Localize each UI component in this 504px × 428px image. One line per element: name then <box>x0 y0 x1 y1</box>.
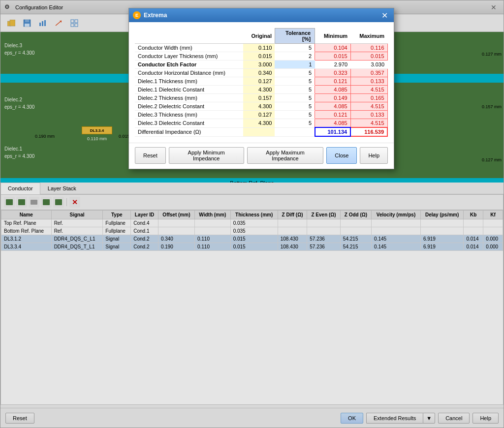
extrema-dialog: E Extrema ✕ Original Tolerance[%] Minimu… <box>128 8 394 169</box>
modal-help-button[interactable]: Help <box>360 147 388 164</box>
modal-overlay: E Extrema ✕ Original Tolerance[%] Minimu… <box>0 0 504 428</box>
modal-close-btn[interactable]: Close <box>326 147 357 164</box>
tol-header-original: Original <box>243 29 275 44</box>
main-window: ⚙ Configuration Editor ✕ DL3.3.4 <box>0 0 504 428</box>
modal-close-button[interactable]: ✕ <box>379 11 390 20</box>
modal-buttons: Reset Apply Minimum Impedance Apply Maxi… <box>129 143 394 169</box>
tol-header-maximum: Maximum <box>350 29 387 44</box>
modal-reset-button[interactable]: Reset <box>135 147 166 164</box>
modal-icon: E <box>133 11 141 19</box>
tol-header-minimum: Minimum <box>315 29 350 44</box>
modal-title: Extrema <box>144 12 379 19</box>
tol-header-label <box>135 29 243 44</box>
modal-apply-max-button[interactable]: Apply Maximum Impedance <box>247 147 324 164</box>
tol-header-tolerance: Tolerance[%] <box>275 29 315 44</box>
modal-title-bar: E Extrema ✕ <box>129 8 394 22</box>
modal-body: Original Tolerance[%] Minimum Maximum Co… <box>129 22 394 143</box>
modal-apply-min-button[interactable]: Apply Minimum Impedance <box>169 147 244 164</box>
tolerance-table: Original Tolerance[%] Minimum Maximum Co… <box>135 28 388 137</box>
